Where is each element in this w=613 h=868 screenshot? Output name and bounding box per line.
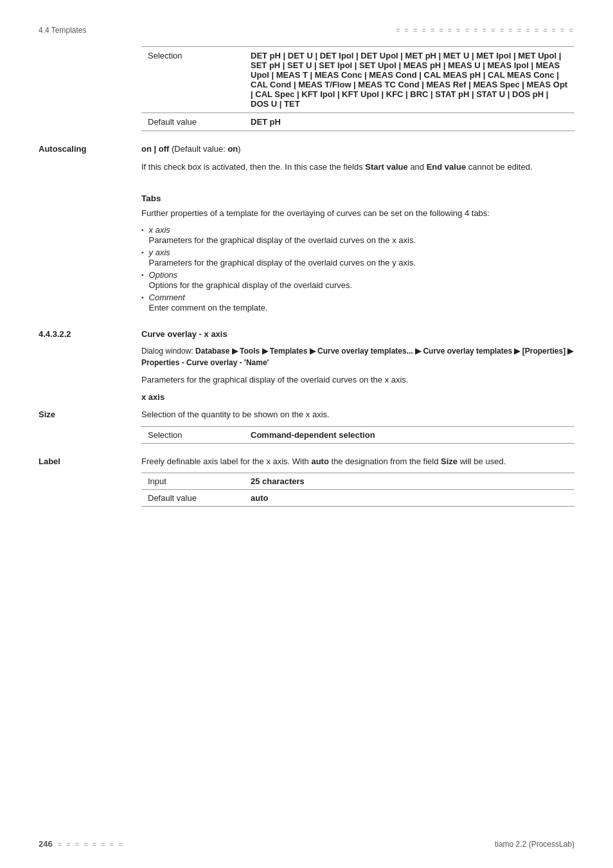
bullet-title-4: Comment [149,293,574,302]
table-row: Selection DET pH | DET U | DET Ipol | DE… [141,47,574,113]
tabs-description: Further properties of a template for the… [141,207,574,220]
table-row: Default value DET pH [141,113,574,131]
bullet-desc-3: Options for the graphical display of the… [149,280,574,290]
tabs-heading: Tabs [141,194,574,203]
section-number: 4.4.3.2.2 [39,329,141,339]
tabs-content: Tabs Further properties of a template fo… [141,185,574,318]
bullet-desc-4: Enter comment on the template. [149,303,574,312]
size-table: Selection Command-dependent selection [141,426,574,444]
table-row: Selection Command-dependent selection [141,426,574,443]
size-selection-value: Command-dependent selection [244,426,574,443]
label-content: Freely definable axis label for the x ax… [141,455,574,507]
autoscaling-description: If this check box is activated, then the… [141,162,532,172]
label-description: Freely definable axis label for the x ax… [141,455,574,468]
bullet-title-2: y axis [149,248,574,257]
bullet-content-1: x axis Parameters for the graphical disp… [149,225,574,245]
section-title: Curve overlay - x axis [141,329,574,339]
header-dots: = = = = = = = = = = = = = = = = = = = = … [396,26,574,34]
label-section: Label Freely definable axis label for th… [39,455,574,507]
default-value: DET pH [244,113,574,131]
bullet-title-1: x axis [149,225,574,235]
selection-value: DET pH | DET U | DET Ipol | DET Upol | M… [244,47,574,113]
x-axis-label: x axis [141,392,574,402]
section-4432: 4.4.3.2.2 Curve overlay - x axis [39,329,574,339]
list-item: ▪ x axis Parameters for the graphical di… [141,225,574,245]
bullet-content-3: Options Options for the graphical displa… [149,270,574,290]
bullet-content-2: y axis Parameters for the graphical disp… [149,248,574,267]
label-table: Input 25 characters Default value auto [141,473,574,507]
bullet-icon-2: ▪ [141,249,144,256]
bullet-icon-1: ▪ [141,226,144,233]
selection-label: Selection [141,47,244,113]
bullet-icon-3: ▪ [141,271,144,278]
bullet-icon-4: ▪ [141,294,144,301]
list-item: ▪ Options Options for the graphical disp… [141,270,574,290]
dialog-path-text: Dialog window: [141,347,195,356]
dialog-path-bold: Database ▶ Tools ▶ Templates ▶ Curve ove… [141,347,573,367]
bullet-title-3: Options [149,270,574,280]
autoscaling-default: on | off (Default value: on) [141,144,241,154]
default-value-label: Default value [141,113,244,131]
table-row: Default value auto [141,490,574,507]
bullet-desc-1: Parameters for the graphical display of … [149,235,574,245]
size-description: Selection of the quantity to be shown on… [141,408,574,421]
size-selection-label: Selection [141,426,244,443]
list-item: ▪ y axis Parameters for the graphical di… [141,248,574,267]
header-left: 4.4 Templates [39,26,87,35]
label-input-value: 25 characters [244,473,574,490]
size-content: Selection of the quantity to be shown on… [141,408,574,444]
label-input-label: Input [141,473,244,490]
tabs-heading-spacer [39,185,141,318]
footer: 246 = = = = = = = = tiamo 2.2 (ProcessLa… [39,839,574,849]
list-item: ▪ Comment Enter comment on the template. [141,293,574,312]
autoscaling-content: on | off (Default value: on) If this che… [141,143,574,178]
footer-right: tiamo 2.2 (ProcessLab) [495,840,574,849]
label-heading: Label [39,455,141,507]
label-default-value: auto [244,490,574,507]
dialog-description: Parameters for the graphical display of … [141,374,574,386]
bullet-content-4: Comment Enter comment on the template. [149,293,574,312]
label-default-label: Default value [141,490,244,507]
bullet-desc-2: Parameters for the graphical display of … [149,258,574,267]
footer-dots: = = = = = = = = [58,840,124,848]
autoscaling-heading: Autoscaling [39,143,141,178]
footer-page: 246 [39,839,53,849]
size-heading: Size [39,408,141,444]
tabs-list: ▪ x axis Parameters for the graphical di… [141,225,574,312]
table-row: Input 25 characters [141,473,574,490]
size-section: Size Selection of the quantity to be sho… [39,408,574,444]
dialog-path: Dialog window: Database ▶ Tools ▶ Templa… [141,345,574,368]
